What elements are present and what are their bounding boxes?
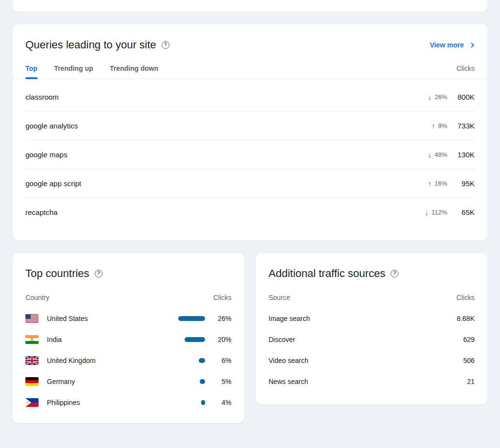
- trend-percent: 48%: [435, 151, 447, 158]
- top-countries-card: Top countries ? Country Clicks United St…: [13, 253, 244, 423]
- help-icon[interactable]: ?: [391, 270, 398, 277]
- country-name: United States: [47, 315, 88, 322]
- sources-card-title: Additional traffic sources: [269, 267, 385, 280]
- clicks-bar: [185, 337, 205, 342]
- tab-trending-down[interactable]: Trending down: [110, 62, 159, 79]
- clicks-value: 65K: [447, 208, 475, 216]
- help-icon[interactable]: ?: [162, 41, 169, 49]
- united-states-flag-icon: [25, 314, 39, 323]
- bottom-cards: Top countries ? Country Clicks United St…: [13, 253, 487, 423]
- clicks-bar: [200, 379, 205, 384]
- query-text: classroom: [25, 93, 59, 101]
- source-row: News search 21: [269, 371, 475, 392]
- country-row: United States 26%: [25, 308, 231, 329]
- query-row: recaptcha ↓ 112% 65K: [25, 198, 475, 227]
- trend-badge: ↑ 9%: [432, 122, 447, 129]
- tab-trending-up[interactable]: Trending up: [54, 62, 93, 79]
- united-kingdom-flag-icon: [25, 356, 39, 365]
- top-card-fragment: [13, 0, 487, 12]
- clicks-bar: [201, 400, 205, 405]
- query-text: google maps: [25, 150, 67, 159]
- trend-down-icon: ↓: [428, 151, 432, 158]
- source-name: Discover: [269, 336, 295, 343]
- clicks-value: 95K: [447, 179, 475, 188]
- trend-up-icon: ↑: [432, 122, 436, 129]
- queries-list: classroom ↓ 26% 800K google analytics ↑ …: [13, 79, 487, 227]
- country-column-header: Country: [25, 294, 49, 301]
- trend-percent: 16%: [435, 180, 447, 187]
- query-text: recaptcha: [25, 208, 58, 216]
- queries-card-title: Queries leading to your site: [25, 38, 156, 52]
- view-more-link[interactable]: View more: [430, 41, 475, 49]
- country-clicks-percent: 6%: [212, 357, 231, 364]
- india-flag-icon: [25, 335, 39, 344]
- clicks-column-header: Clicks: [457, 294, 475, 301]
- country-clicks-percent: 20%: [212, 336, 231, 343]
- query-row: google analytics ↑ 9% 733K: [25, 111, 475, 140]
- source-clicks-value: 8.68K: [457, 315, 475, 322]
- trend-down-icon: ↓: [425, 209, 429, 216]
- source-clicks-value: 21: [467, 378, 475, 385]
- country-row: Philippines 4%: [25, 392, 231, 413]
- country-row: Germany 5%: [25, 371, 231, 392]
- query-text: google analytics: [25, 122, 78, 130]
- source-name: News search: [269, 378, 308, 385]
- trend-percent: 112%: [432, 209, 447, 216]
- country-clicks-percent: 4%: [212, 399, 231, 406]
- philippines-flag-icon: [25, 398, 39, 407]
- trend-down-icon: ↓: [428, 93, 432, 101]
- trend-percent: 9%: [438, 122, 447, 129]
- trend-badge: ↓ 48%: [428, 151, 447, 158]
- source-row: Discover 629: [269, 329, 475, 350]
- queries-tabs: Top Trending up Trending down Clicks: [13, 62, 487, 79]
- view-more-label: View more: [430, 41, 464, 49]
- queries-card-header: Queries leading to your site ? View more: [13, 24, 487, 52]
- source-row: Image search 8.68K: [269, 308, 475, 329]
- clicks-value: 800K: [447, 93, 475, 101]
- country-row: India 20%: [25, 329, 231, 350]
- source-name: Video search: [269, 357, 308, 364]
- source-clicks-value: 506: [463, 357, 475, 364]
- country-clicks-percent: 5%: [212, 378, 231, 385]
- trend-badge: ↓ 26%: [428, 93, 447, 101]
- country-name: Germany: [47, 378, 75, 385]
- additional-traffic-sources-card: Additional traffic sources ? Source Clic…: [256, 253, 487, 405]
- tab-top[interactable]: Top: [25, 62, 38, 79]
- sources-list: Image search 8.68K Discover 629 Video se…: [269, 308, 475, 392]
- clicks-value: 130K: [447, 150, 475, 159]
- query-row: classroom ↓ 26% 800K: [25, 83, 475, 111]
- country-name: United Kingdom: [47, 357, 96, 364]
- source-name: Image search: [269, 315, 310, 322]
- trend-percent: 26%: [435, 93, 447, 101]
- help-icon[interactable]: ?: [95, 270, 103, 277]
- clicks-bar: [178, 316, 205, 321]
- country-name: India: [47, 336, 62, 343]
- source-column-header: Source: [269, 294, 290, 301]
- chevron-right-icon: [471, 43, 475, 48]
- trend-up-icon: ↑: [428, 180, 432, 187]
- query-text: google app script: [25, 179, 81, 188]
- trend-badge: ↓ 112%: [425, 209, 447, 216]
- clicks-column-header: Clicks: [457, 64, 475, 79]
- countries-card-title: Top countries: [25, 267, 89, 280]
- country-name: Philippines: [47, 399, 80, 406]
- country-clicks-percent: 26%: [212, 315, 231, 322]
- queries-title-group: Queries leading to your site ?: [25, 38, 169, 52]
- source-clicks-value: 629: [463, 336, 475, 343]
- query-row: google app script ↑ 16% 95K: [25, 169, 475, 198]
- clicks-bar: [199, 358, 205, 363]
- germany-flag-icon: [25, 377, 39, 386]
- clicks-value: 733K: [447, 122, 475, 130]
- queries-card: Queries leading to your site ? View more…: [13, 24, 487, 240]
- query-row: google maps ↓ 48% 130K: [25, 140, 475, 169]
- country-row: United Kingdom 6%: [25, 350, 231, 371]
- trend-badge: ↑ 16%: [428, 180, 447, 187]
- source-row: Video search 506: [269, 350, 475, 371]
- clicks-column-header: Clicks: [213, 294, 231, 301]
- countries-list: United States 26% India 20% United Kingd…: [25, 308, 231, 413]
